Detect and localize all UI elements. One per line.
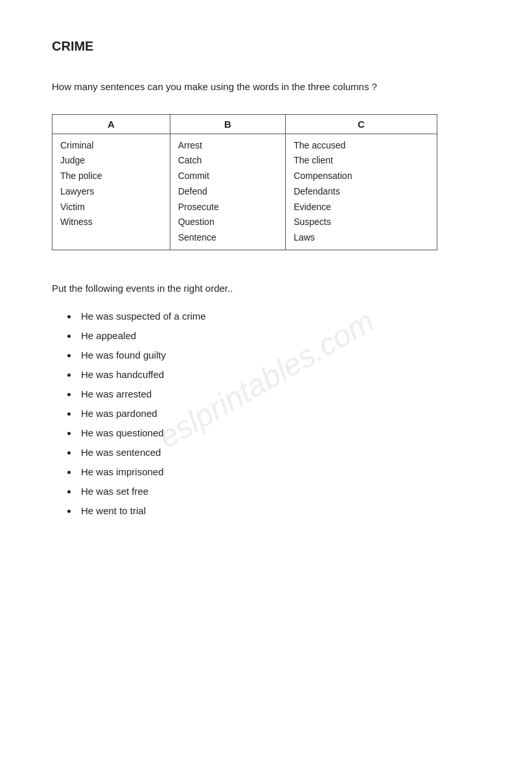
col-header-c: C: [286, 114, 437, 134]
col-header-b: B: [170, 114, 286, 134]
list-item: He went to trial: [78, 501, 480, 521]
list-item: He was pardoned: [78, 404, 480, 423]
col-header-a: A: [52, 114, 170, 134]
list-item: He was sentenced: [78, 443, 480, 462]
list-item: He was handcuffed: [78, 365, 480, 385]
list-item: He was found guilty: [78, 346, 480, 365]
table-row: CriminalJudgeThe policeLawyersVictimWitn…: [52, 134, 437, 250]
instruction-text-1: How many sentences can you make using th…: [52, 80, 480, 95]
col-a-cell: CriminalJudgeThe policeLawyersVictimWitn…: [52, 134, 170, 250]
col-b-cell: ArrestCatchCommitDefendProsecuteQuestion…: [170, 134, 286, 250]
col-c-cell: The accusedThe clientCompensationDefenda…: [286, 134, 437, 250]
list-item: He was set free: [78, 482, 480, 501]
events-list: He was suspected of a crime He appealed …: [52, 307, 480, 521]
list-item: He was questioned: [78, 423, 480, 443]
list-item: He appealed: [78, 326, 480, 346]
list-item: He was suspected of a crime: [78, 307, 480, 326]
page-title: CRIME: [52, 39, 480, 54]
word-table: A B C CriminalJudgeThe policeLawyersVict…: [52, 114, 437, 251]
list-item: He was arrested: [78, 385, 480, 404]
instruction-text-2: Put the following events in the right or…: [52, 283, 480, 294]
list-item: He was imprisoned: [78, 462, 480, 482]
